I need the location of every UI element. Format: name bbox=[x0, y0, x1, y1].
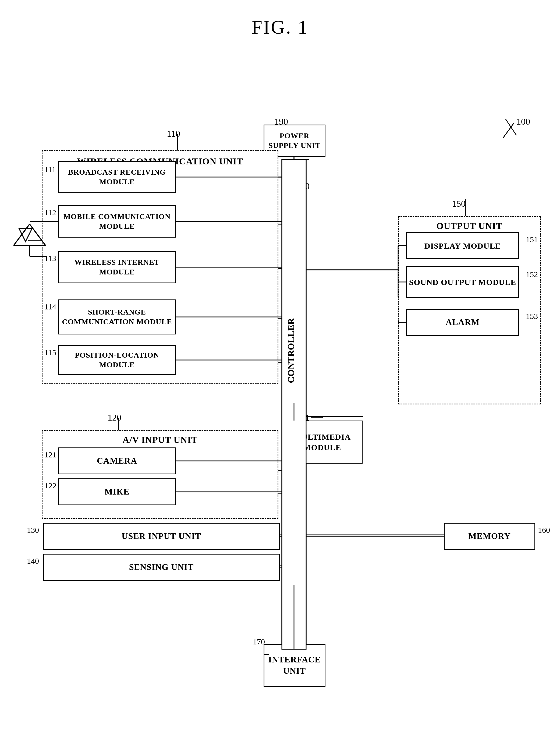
ref-115: 115 bbox=[45, 348, 56, 357]
ref-150: 150 bbox=[452, 199, 466, 209]
ref-151: 151 bbox=[526, 235, 538, 244]
sensing-unit-box: SENSING UNIT bbox=[43, 554, 280, 581]
ref-120: 120 bbox=[108, 412, 121, 423]
broadcast-box: BROADCAST RECEIVING MODULE bbox=[58, 161, 176, 193]
ref-114: 114 bbox=[45, 302, 56, 311]
camera-box: CAMERA bbox=[58, 448, 176, 474]
user-input-box: USER INPUT UNIT bbox=[43, 523, 280, 550]
av-input-dashed-box: A/V INPUT UNIT bbox=[42, 430, 278, 519]
sound-output-box: SOUND OUTPUT MODULE bbox=[406, 266, 519, 298]
ref-153: 153 bbox=[526, 312, 538, 321]
ref-111: 111 bbox=[45, 165, 56, 174]
ref-122: 122 bbox=[45, 481, 57, 490]
svg-line-27 bbox=[503, 123, 514, 138]
wireless-internet-box: WIRELESS INTERNET MODULE bbox=[58, 251, 176, 283]
ref-100: 100 bbox=[516, 117, 530, 127]
display-module-box: DISPLAY MODULE bbox=[406, 232, 519, 259]
svg-text:▽: ▽ bbox=[18, 223, 33, 244]
mobile-comm-box: MOBILE COMMUNICATION MODULE bbox=[58, 205, 176, 238]
svg-marker-24 bbox=[13, 224, 46, 246]
page-title: FIG. 1 bbox=[0, 0, 560, 49]
ref-140: 140 bbox=[27, 556, 39, 565]
output-unit-label: OUTPUT UNIT bbox=[436, 221, 502, 231]
alarm-box: ALARM bbox=[406, 309, 519, 336]
ref-113: 113 bbox=[45, 254, 56, 263]
ref-160: 160 bbox=[538, 526, 550, 535]
short-range-box: SHORT-RANGE COMMUNICATION MODULE bbox=[58, 299, 176, 334]
multimedia-box: MULTIMEDIA MODULE bbox=[282, 420, 363, 464]
mike-box: MIKE bbox=[58, 478, 176, 505]
av-input-label: A/V INPUT UNIT bbox=[122, 435, 197, 445]
ref-180: 180 bbox=[296, 181, 309, 191]
interface-unit-box: INTERFACE UNIT bbox=[264, 644, 326, 687]
memory-box: MEMORY bbox=[444, 523, 535, 550]
svg-rect-8 bbox=[282, 159, 306, 649]
svg-line-23 bbox=[506, 119, 516, 135]
ref-112: 112 bbox=[45, 208, 56, 217]
position-location-box: POSITION-LOCATION MODULE bbox=[58, 345, 176, 375]
svg-text:CONTROLLER: CONTROLLER bbox=[286, 318, 296, 383]
ref-121: 121 bbox=[45, 450, 57, 459]
ref-170: 170 bbox=[253, 637, 265, 646]
ref-152: 152 bbox=[526, 270, 538, 279]
ref-130: 130 bbox=[27, 526, 39, 535]
svg-rect-34 bbox=[282, 159, 306, 649]
ref-110: 110 bbox=[167, 129, 180, 139]
